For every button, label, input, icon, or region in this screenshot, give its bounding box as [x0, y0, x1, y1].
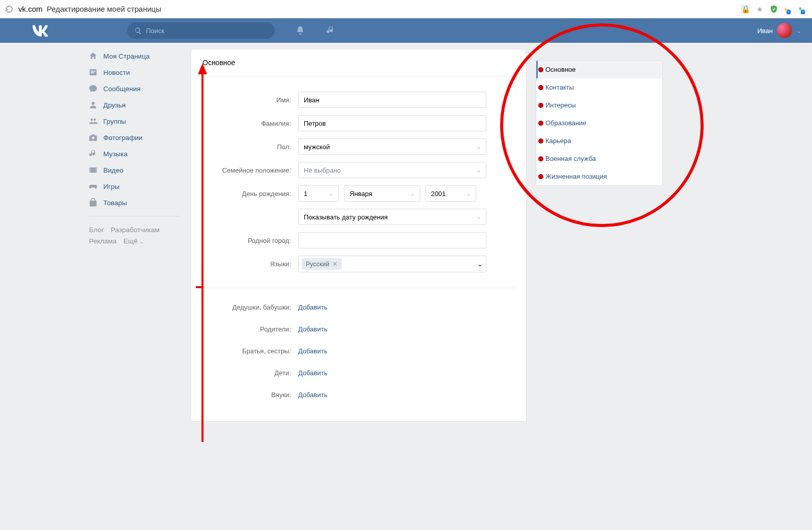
browser-extensions: 🔒 ★ 7 ? — [741, 5, 807, 14]
annotation-dot — [538, 138, 543, 144]
footer-blog[interactable]: Блог — [89, 226, 104, 234]
chevron-down-icon: ⌄ — [796, 27, 802, 35]
star-icon[interactable]: ★ — [755, 5, 764, 14]
right-sidebar: Основное Контакты Интересы Образование К… — [536, 49, 663, 422]
nav-messages[interactable]: Сообщения — [83, 80, 185, 97]
nav-groups[interactable]: Группы — [83, 113, 185, 129]
chevron-down-icon: ⌄ — [466, 190, 471, 197]
tab-education[interactable]: Образование — [536, 114, 662, 132]
chevron-down-icon: ⌄ — [476, 144, 481, 150]
reload-icon[interactable] — [5, 5, 13, 13]
ext-icon-1[interactable]: 7 — [784, 5, 793, 14]
shield-icon[interactable] — [769, 5, 778, 14]
nav-music[interactable]: Музыка — [83, 146, 185, 162]
language-token[interactable]: Русский✕ — [302, 258, 342, 270]
add-grandchildren[interactable]: Добавить — [298, 391, 327, 399]
label-lastname: Фамилия: — [201, 120, 298, 127]
search-icon — [134, 27, 142, 35]
tab-main[interactable]: Основное — [536, 61, 662, 78]
search-box[interactable] — [127, 22, 275, 39]
select-gender[interactable]: мужской⌄ — [298, 138, 486, 155]
input-lastname[interactable] — [298, 115, 486, 131]
annotation-dot — [538, 156, 543, 161]
label-parents: Родители: — [201, 325, 298, 333]
chevron-down-icon: ⌄ — [476, 214, 481, 220]
select-languages[interactable]: Русский✕ ⌄ — [298, 256, 486, 272]
avatar — [777, 23, 792, 38]
nav-photos[interactable]: Фотографии — [83, 129, 185, 146]
left-sidebar: Моя Страница Новости Сообщения Друзья Гр… — [83, 43, 185, 442]
label-birthday: День рождения: — [201, 190, 298, 198]
add-parents[interactable]: Добавить — [298, 325, 327, 333]
tab-career[interactable]: Карьера — [536, 132, 662, 150]
messages-icon — [88, 83, 98, 94]
add-grandparents[interactable]: Добавить — [298, 303, 327, 311]
music-icon[interactable] — [326, 25, 336, 36]
footer-dev[interactable]: Разработчикам — [111, 226, 160, 234]
annotation-dot — [538, 103, 543, 108]
form-heading: Основное — [191, 49, 526, 76]
add-children[interactable]: Добавить — [298, 369, 327, 377]
tab-contacts[interactable]: Контакты — [536, 78, 662, 96]
music-nav-icon — [88, 149, 98, 159]
remove-icon[interactable]: ✕ — [332, 260, 338, 268]
svg-point-5 — [94, 119, 96, 121]
svg-point-6 — [92, 136, 94, 139]
tab-life-position[interactable]: Жизненная позиция — [536, 168, 662, 185]
gamepad-icon — [88, 181, 98, 191]
svg-rect-1 — [91, 71, 96, 72]
input-hometown[interactable] — [298, 232, 486, 248]
url-text[interactable]: vk.com Редактирование моей страницы — [18, 5, 161, 13]
annotation-dot — [538, 121, 543, 126]
select-marital[interactable]: Не выбрано⌄ — [298, 162, 486, 178]
sidebar-footer: Блог Разработчикам Реклама Ещё ⌄ — [83, 221, 185, 250]
home-icon — [88, 51, 98, 61]
tab-interests[interactable]: Интересы — [536, 96, 662, 114]
svg-rect-8 — [90, 168, 91, 173]
lock-icon[interactable]: 🔒 — [741, 5, 750, 14]
footer-ads[interactable]: Реклама — [89, 237, 117, 245]
main-content: Основное Имя: Фамилия: Пол: мужской⌄ Сем… — [185, 43, 729, 442]
label-siblings: Братья, сестры: — [201, 347, 298, 355]
ext-icon-2[interactable]: ? — [798, 5, 807, 14]
label-firstname: Имя: — [201, 96, 298, 104]
select-bday-day[interactable]: 1⌄ — [298, 185, 339, 202]
label-grandparents: Дедушки, бабушки: — [201, 303, 298, 311]
video-icon — [88, 165, 98, 175]
svg-rect-2 — [91, 72, 94, 73]
select-bday-year[interactable]: 2001⌄ — [425, 185, 476, 202]
topbar-icons — [295, 25, 336, 36]
nav-news[interactable]: Новости — [83, 64, 185, 80]
nav-my-page[interactable]: Моя Страница — [83, 48, 185, 64]
groups-icon — [88, 116, 98, 126]
label-hometown: Родной город: — [201, 237, 298, 244]
camera-icon — [88, 132, 98, 143]
user-menu[interactable]: Иван ⌄ — [757, 23, 802, 38]
select-bday-month[interactable]: Января⌄ — [344, 185, 420, 202]
nav-friends[interactable]: Друзья — [83, 97, 185, 113]
edit-form-card: Основное Имя: Фамилия: Пол: мужской⌄ Сем… — [191, 49, 527, 422]
label-marital: Семейное положение: — [201, 166, 298, 174]
search-input[interactable] — [146, 27, 268, 35]
input-firstname[interactable] — [298, 92, 486, 108]
tab-military[interactable]: Военная служба — [536, 150, 662, 168]
nav-video[interactable]: Видео — [83, 162, 185, 178]
label-grandchildren: Внуки: — [201, 391, 298, 399]
select-bday-visibility[interactable]: Показывать дату рождения⌄ — [298, 209, 486, 225]
bag-icon — [88, 198, 98, 208]
label-gender: Пол: — [201, 143, 298, 151]
nav-market[interactable]: Товары — [83, 194, 185, 211]
news-icon — [88, 67, 98, 77]
annotation-dot — [538, 85, 543, 90]
vk-topbar: Иван ⌄ — [0, 18, 812, 43]
browser-address-bar: vk.com Редактирование моей страницы 🔒 ★ … — [0, 0, 812, 18]
label-languages: Языки: — [201, 260, 298, 268]
nav-games[interactable]: Игры — [83, 178, 185, 194]
svg-point-4 — [91, 119, 93, 121]
add-siblings[interactable]: Добавить — [298, 347, 327, 355]
annotation-dot — [538, 174, 543, 179]
vk-logo[interactable] — [31, 23, 51, 38]
notifications-icon[interactable] — [295, 25, 305, 36]
svg-rect-9 — [96, 168, 97, 173]
footer-more[interactable]: Ещё ⌄ — [124, 237, 143, 245]
